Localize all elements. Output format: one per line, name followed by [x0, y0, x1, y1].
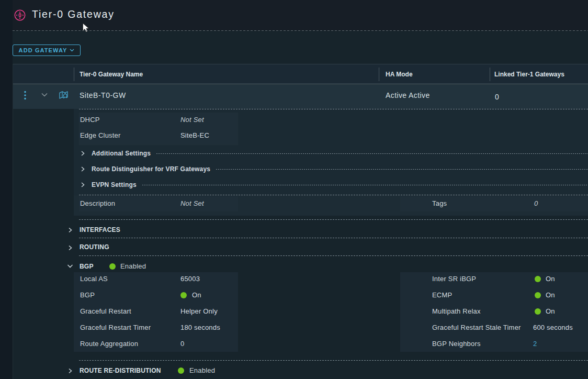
svg-text:0: 0: [18, 13, 21, 18]
